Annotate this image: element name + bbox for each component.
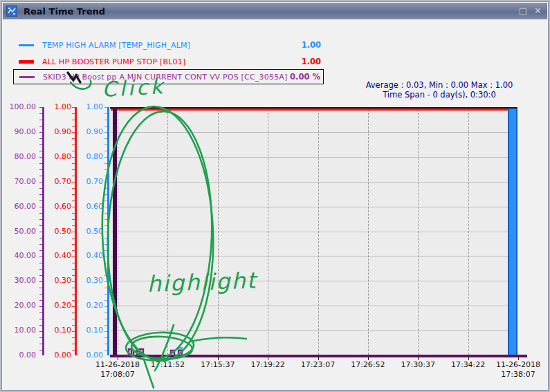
x-axis-tick bbox=[167, 357, 168, 360]
x-axis-tick bbox=[518, 357, 519, 360]
x-axis-label-line: 17:08:07 bbox=[86, 370, 149, 380]
series-label: ALL HP BOOSTER PUMP STOP [BL01] bbox=[42, 57, 185, 66]
y-axis-label: 10.00 bbox=[4, 326, 36, 335]
y-axis-label: 30.00 bbox=[4, 276, 36, 286]
percent-axis-line bbox=[42, 107, 44, 355]
series-swatch-red bbox=[19, 60, 34, 64]
x-axis-tick bbox=[468, 357, 469, 360]
stats-time-span: Time Span - 0 day(s), 0:30:0 bbox=[361, 90, 517, 100]
x-axis-label-line: 11-26-2018 bbox=[486, 360, 550, 370]
series-value: 1.00 bbox=[302, 40, 321, 50]
x-axis-tick bbox=[418, 357, 419, 360]
trend-app-icon bbox=[6, 6, 17, 17]
title-bar[interactable]: Real Time Trend □ ✕ bbox=[3, 3, 547, 19]
x-axis-label-line: 17:38:07 bbox=[486, 370, 550, 380]
gridline-vertical bbox=[268, 109, 268, 355]
y-axis-label: 90.00 bbox=[4, 127, 36, 137]
gridline-horizontal bbox=[111, 281, 517, 281]
real-time-trend-window: Real Time Trend □ ✕ TEMP HIGH ALARM [TEM… bbox=[0, 0, 550, 392]
gridline-vertical bbox=[218, 109, 219, 355]
y-axis-label: 60.00 bbox=[4, 202, 36, 212]
window-controls: □ ✕ bbox=[519, 6, 542, 16]
legend-row-temp-high-alarm[interactable]: TEMP HIGH ALARM [TEMP_HIGH_ALM] 1.00 bbox=[13, 37, 324, 53]
gridline-vertical bbox=[368, 109, 369, 355]
gridline-horizontal bbox=[111, 306, 517, 306]
gridline-vertical bbox=[418, 109, 419, 355]
y-axis-label: 50.00 bbox=[4, 227, 36, 236]
series-label: SKID3 HP Boost pp A MIN CURRENT CONT VV … bbox=[43, 73, 288, 82]
x-axis-tick bbox=[318, 357, 319, 360]
gridline-horizontal bbox=[111, 132, 517, 133]
x-axis-tick bbox=[218, 357, 219, 360]
x-axis-label: 11-26-201817:38:07 bbox=[486, 360, 550, 380]
y-axis-label: 20.00 bbox=[4, 301, 36, 310]
gridline-horizontal bbox=[111, 157, 517, 158]
series-swatch-purple bbox=[19, 76, 35, 78]
blue-cursor-bar[interactable] bbox=[508, 109, 517, 355]
window-title: Real Time Trend bbox=[24, 6, 105, 17]
gridline-vertical bbox=[167, 109, 168, 355]
gridline-horizontal bbox=[111, 232, 517, 232]
y-axis-label: 80.00 bbox=[4, 152, 36, 162]
series-value: 0.00 % bbox=[290, 72, 320, 82]
trend-stats: Average : 0.03, Min : 0.00 Max : 1.00 Ti… bbox=[361, 80, 517, 100]
close-button[interactable]: ✕ bbox=[534, 6, 542, 16]
purple-series-pulses bbox=[124, 343, 193, 357]
gridline-horizontal bbox=[111, 207, 517, 207]
series-swatch-blue bbox=[19, 44, 34, 46]
y-axis-label: 70.00 bbox=[4, 177, 36, 187]
x-axis-tick bbox=[118, 357, 118, 360]
blue-series-blip bbox=[177, 347, 183, 350]
legend-row-skid3-vv-pos[interactable]: SKID3 HP Boost pp A MIN CURRENT CONT VV … bbox=[13, 69, 324, 84]
series-label: TEMP HIGH ALARM [TEMP_HIGH_ALM] bbox=[42, 41, 190, 50]
legend-row-booster-pump-stop[interactable]: ALL HP BOOSTER PUMP STOP [BL01] 1.00 bbox=[13, 54, 324, 69]
y-axis-label: 40.00 bbox=[4, 251, 36, 261]
gridline-vertical bbox=[468, 109, 469, 355]
red-series-line bbox=[111, 109, 517, 111]
series-value: 1.00 bbox=[302, 57, 321, 66]
stats-summary: Average : 0.03, Min : 0.00 Max : 1.00 bbox=[361, 80, 517, 90]
gridline-horizontal bbox=[111, 330, 517, 331]
purple-series-initial-drop bbox=[113, 107, 117, 355]
plot-left-border bbox=[118, 109, 118, 355]
red-axis-line bbox=[75, 107, 77, 355]
y-axis-label: 100.00 bbox=[4, 102, 36, 112]
blue-axis-line bbox=[107, 107, 109, 355]
gridline-vertical bbox=[318, 109, 319, 355]
gridline-horizontal bbox=[111, 182, 517, 183]
maximize-button[interactable]: □ bbox=[519, 6, 527, 16]
y-axis-label: 0.00 bbox=[4, 351, 36, 360]
x-axis-tick bbox=[368, 357, 369, 360]
gridline-horizontal bbox=[111, 256, 517, 256]
x-axis-tick bbox=[268, 357, 268, 360]
